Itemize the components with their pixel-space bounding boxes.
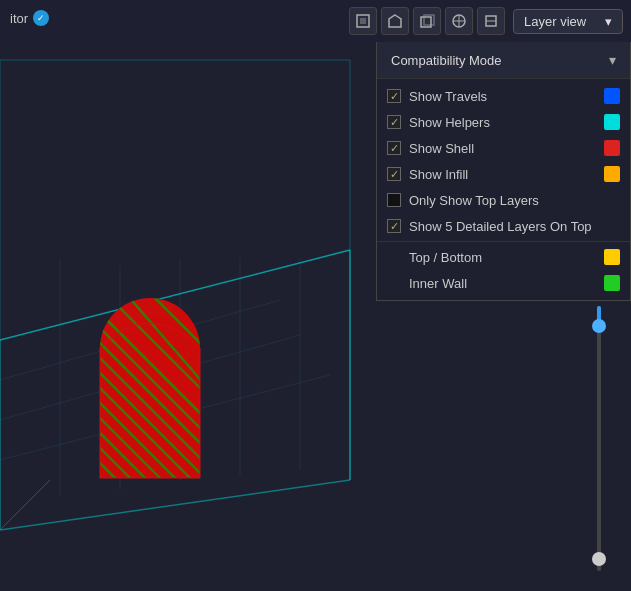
top-bottom-label: Top / Bottom xyxy=(409,250,596,265)
3d-object xyxy=(85,268,225,488)
show-shell-checkbox[interactable]: ✓ xyxy=(387,141,401,155)
view-icons xyxy=(349,7,505,35)
only-show-top-layers-item[interactable]: Only Show Top Layers xyxy=(377,187,630,213)
dropdown-chevron-icon: ▾ xyxy=(605,14,612,29)
show-shell-item[interactable]: ✓ Show Shell xyxy=(377,135,630,161)
viewport-label-text: itor xyxy=(10,11,28,26)
view-icon-3[interactable] xyxy=(413,7,441,35)
show-infill-item[interactable]: ✓ Show Infill xyxy=(377,161,630,187)
show-helpers-item[interactable]: ✓ Show Helpers xyxy=(377,109,630,135)
top-bottom-color xyxy=(604,249,620,265)
svg-line-7 xyxy=(0,480,50,530)
top-toolbar: Layer view ▾ xyxy=(0,0,631,42)
show-infill-label: Show Infill xyxy=(409,167,596,182)
show-infill-checkbox[interactable]: ✓ xyxy=(387,167,401,181)
view-icon-5[interactable] xyxy=(477,7,505,35)
slider-track[interactable] xyxy=(597,306,601,571)
viewport-status-dot: ✓ xyxy=(33,10,49,26)
show-5-detailed-layers-label: Show 5 Detailed Layers On Top xyxy=(409,219,620,234)
compatibility-panel: Compatibility Mode ▾ ✓ Show Travels ✓ Sh… xyxy=(376,42,631,301)
inner-wall-label: Inner Wall xyxy=(409,276,596,291)
view-icon-1[interactable] xyxy=(349,7,377,35)
svg-point-17 xyxy=(100,298,200,398)
panel-items-list: ✓ Show Travels ✓ Show Helpers ✓ Show She… xyxy=(377,79,630,300)
panel-header: Compatibility Mode ▾ xyxy=(377,42,630,79)
slider-thumb-top[interactable] xyxy=(592,319,606,333)
viewport-label: itor ✓ xyxy=(10,10,49,26)
checkmark-icon: ✓ xyxy=(37,13,45,23)
show-travels-checkbox[interactable]: ✓ xyxy=(387,89,401,103)
layer-view-label: Layer view xyxy=(524,14,586,29)
show-travels-item[interactable]: ✓ Show Travels xyxy=(377,83,630,109)
slider-thumb-bottom[interactable] xyxy=(592,552,606,566)
inner-wall-item[interactable]: Inner Wall xyxy=(377,270,630,296)
show-helpers-label: Show Helpers xyxy=(409,115,596,130)
layer-view-dropdown[interactable]: Layer view ▾ xyxy=(513,9,623,34)
show-travels-color xyxy=(604,88,620,104)
show-5-detailed-layers-checkbox[interactable]: ✓ xyxy=(387,219,401,233)
only-show-top-layers-label: Only Show Top Layers xyxy=(409,193,620,208)
svg-rect-38 xyxy=(360,18,366,24)
show-travels-label: Show Travels xyxy=(409,89,596,104)
view-icon-2[interactable] xyxy=(381,7,409,35)
panel-collapse-button[interactable]: ▾ xyxy=(609,52,616,68)
layer-slider: 265 xyxy=(579,280,619,571)
show-helpers-color xyxy=(604,114,620,130)
show-shell-label: Show Shell xyxy=(409,141,596,156)
show-5-detailed-layers-item[interactable]: ✓ Show 5 Detailed Layers On Top xyxy=(377,213,630,239)
show-helpers-checkbox[interactable]: ✓ xyxy=(387,115,401,129)
view-icon-4[interactable] xyxy=(445,7,473,35)
panel-title: Compatibility Mode xyxy=(391,53,502,68)
show-shell-color xyxy=(604,140,620,156)
inner-wall-color xyxy=(604,275,620,291)
show-infill-color xyxy=(604,166,620,182)
panel-divider xyxy=(377,241,630,242)
only-show-top-layers-checkbox[interactable] xyxy=(387,193,401,207)
top-bottom-item[interactable]: Top / Bottom xyxy=(377,244,630,270)
svg-marker-39 xyxy=(389,15,401,27)
